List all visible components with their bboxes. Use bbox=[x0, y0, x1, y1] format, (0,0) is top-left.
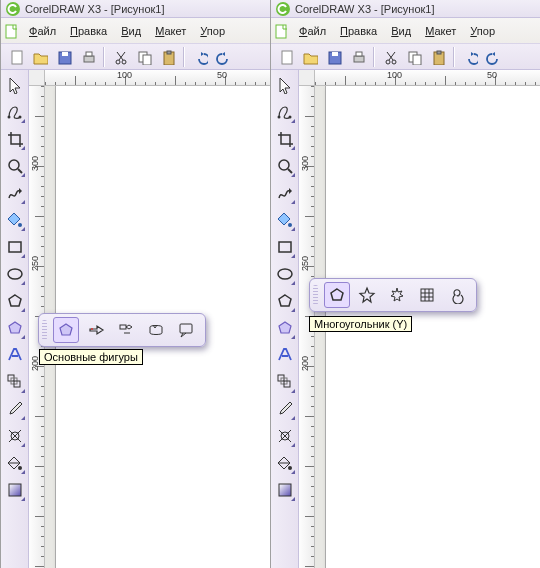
callout-shapes-button[interactable] bbox=[173, 317, 199, 343]
eyedropper-tool[interactable] bbox=[3, 396, 27, 422]
interactive-fill-tool[interactable] bbox=[3, 477, 27, 503]
crop-tool[interactable] bbox=[273, 126, 297, 152]
redo-button[interactable] bbox=[483, 46, 505, 68]
copy-button[interactable] bbox=[403, 46, 425, 68]
basic-shapes-button[interactable] bbox=[53, 317, 79, 343]
outline-tool[interactable] bbox=[273, 423, 297, 449]
polygon-button[interactable] bbox=[324, 282, 350, 308]
basic-shapes-tool[interactable] bbox=[3, 315, 27, 341]
new-doc-button[interactable] bbox=[275, 46, 297, 68]
freehand-tool[interactable] bbox=[3, 180, 27, 206]
menu-arrange[interactable]: Упор bbox=[194, 23, 231, 39]
menu-file[interactable]: Файл bbox=[293, 23, 332, 39]
pick-tool bbox=[276, 76, 294, 94]
menu-edit[interactable]: Правка bbox=[334, 23, 383, 39]
print-button[interactable] bbox=[347, 46, 369, 68]
complex-star-button[interactable] bbox=[384, 282, 410, 308]
paste-button[interactable] bbox=[427, 46, 449, 68]
horizontal-ruler[interactable]: 10050 bbox=[45, 70, 270, 86]
titlebar[interactable]: CorelDRAW X3 - [Рисунок1] bbox=[1, 0, 270, 18]
freehand-tool[interactable] bbox=[273, 180, 297, 206]
flyout-indicator-icon bbox=[21, 173, 25, 177]
shape-tool[interactable] bbox=[3, 99, 27, 125]
flyout-indicator-icon bbox=[291, 173, 295, 177]
zoom-tool[interactable] bbox=[3, 153, 27, 179]
menu-file[interactable]: Файл bbox=[23, 23, 62, 39]
flyout-indicator-icon bbox=[21, 443, 25, 447]
horizontal-ruler[interactable]: 10050 bbox=[315, 70, 540, 86]
interactive-blend-tool[interactable] bbox=[3, 369, 27, 395]
zoom-tool[interactable] bbox=[273, 153, 297, 179]
pick-tool bbox=[6, 76, 24, 94]
new-doc-button[interactable] bbox=[5, 46, 27, 68]
cut-button[interactable] bbox=[109, 46, 131, 68]
polygon-tool[interactable] bbox=[3, 288, 27, 314]
undo-button[interactable] bbox=[459, 46, 481, 68]
flyout-indicator-icon bbox=[291, 470, 295, 474]
polygon-tool[interactable] bbox=[273, 288, 297, 314]
smart-fill-tool[interactable] bbox=[273, 207, 297, 233]
flyout-indicator-icon bbox=[291, 443, 295, 447]
flyout-indicator-icon bbox=[291, 254, 295, 258]
crop-tool[interactable] bbox=[3, 126, 27, 152]
menu-layout[interactable]: Макет bbox=[419, 23, 462, 39]
toolbox bbox=[271, 70, 299, 568]
rectangle-tool[interactable] bbox=[273, 234, 297, 260]
flowchart-shapes-icon bbox=[117, 321, 135, 339]
eyedropper-tool[interactable] bbox=[273, 396, 297, 422]
app-icon bbox=[5, 1, 21, 17]
ruler-corner[interactable] bbox=[29, 70, 45, 86]
smart-fill-tool[interactable] bbox=[3, 207, 27, 233]
save-button[interactable] bbox=[53, 46, 75, 68]
paste-button[interactable] bbox=[157, 46, 179, 68]
open-doc-button[interactable] bbox=[299, 46, 321, 68]
basic-shapes-tool[interactable] bbox=[273, 315, 297, 341]
menu-layout[interactable]: Макет bbox=[149, 23, 192, 39]
outline-tool[interactable] bbox=[3, 423, 27, 449]
graph-paper-icon bbox=[418, 286, 436, 304]
interactive-blend-tool[interactable] bbox=[273, 369, 297, 395]
menu-edit[interactable]: Правка bbox=[64, 23, 113, 39]
pick-tool[interactable] bbox=[273, 72, 297, 98]
menu-view[interactable]: Вид bbox=[115, 23, 147, 39]
copy-button[interactable] bbox=[133, 46, 155, 68]
pick-tool[interactable] bbox=[3, 72, 27, 98]
ellipse-tool[interactable] bbox=[273, 261, 297, 287]
menu-arrange[interactable]: Упор bbox=[464, 23, 501, 39]
ruler-corner[interactable] bbox=[299, 70, 315, 86]
arrow-shapes-button[interactable] bbox=[83, 317, 109, 343]
save-button[interactable] bbox=[323, 46, 345, 68]
ruler-label: 100 bbox=[387, 70, 402, 80]
redo-button[interactable] bbox=[213, 46, 235, 68]
interactive-fill-tool[interactable] bbox=[273, 477, 297, 503]
tooltip: Основные фигуры bbox=[39, 349, 143, 365]
flyout-indicator-icon bbox=[21, 389, 25, 393]
arrow-shapes-icon bbox=[87, 321, 105, 339]
separator bbox=[373, 47, 375, 67]
undo-button[interactable] bbox=[189, 46, 211, 68]
rectangle-tool[interactable] bbox=[3, 234, 27, 260]
menu-view[interactable]: Вид bbox=[385, 23, 417, 39]
text-tool[interactable] bbox=[3, 342, 27, 368]
document-icon[interactable] bbox=[273, 23, 289, 39]
tooltip: Многоугольник (Y) bbox=[309, 316, 412, 332]
fill-tool[interactable] bbox=[273, 450, 297, 476]
document-icon[interactable] bbox=[3, 23, 19, 39]
menubar: Файл Правка Вид Макет Упор bbox=[271, 18, 540, 44]
star-button[interactable] bbox=[354, 282, 380, 308]
basic-shapes-flyout bbox=[38, 313, 206, 347]
graph-paper-button[interactable] bbox=[414, 282, 440, 308]
spiral-button[interactable] bbox=[444, 282, 470, 308]
shape-tool[interactable] bbox=[273, 99, 297, 125]
titlebar[interactable]: CorelDRAW X3 - [Рисунок1] bbox=[271, 0, 540, 18]
banner-shapes-button[interactable] bbox=[143, 317, 169, 343]
cut-button[interactable] bbox=[379, 46, 401, 68]
print-button[interactable] bbox=[77, 46, 99, 68]
cut-icon bbox=[112, 49, 128, 65]
flowchart-shapes-button[interactable] bbox=[113, 317, 139, 343]
text-tool[interactable] bbox=[273, 342, 297, 368]
open-doc-button[interactable] bbox=[29, 46, 51, 68]
fill-tool[interactable] bbox=[3, 450, 27, 476]
ellipse-tool[interactable] bbox=[3, 261, 27, 287]
redo-icon bbox=[216, 49, 232, 65]
